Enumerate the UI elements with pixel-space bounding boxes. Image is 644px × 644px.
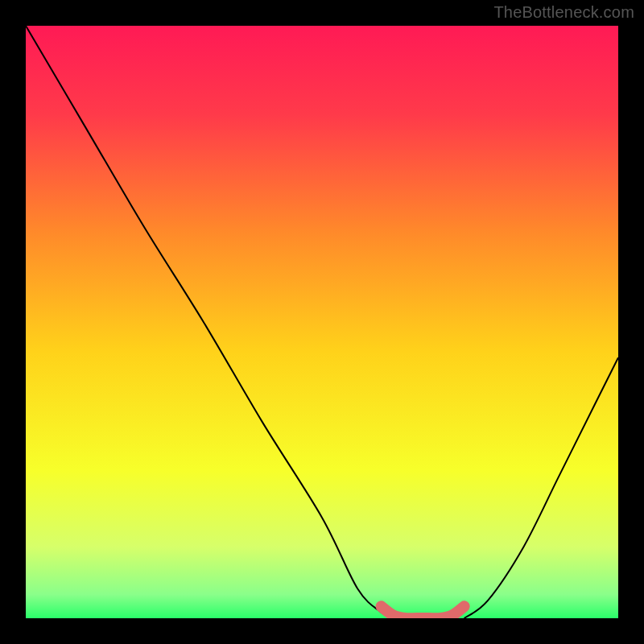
plot-svg xyxy=(26,26,618,618)
chart-frame: TheBottleneck.com xyxy=(0,0,644,644)
gradient-background xyxy=(26,26,618,618)
plot-area xyxy=(26,26,618,618)
watermark-label: TheBottleneck.com xyxy=(493,3,634,22)
